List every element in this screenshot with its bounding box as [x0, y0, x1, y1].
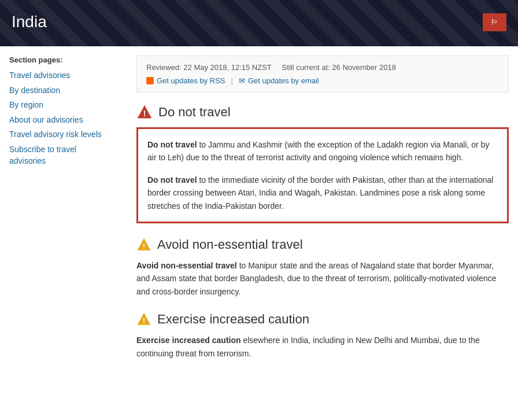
- sidebar: Section pages: Travel advisories By dest…: [9, 56, 125, 374]
- svg-text:!: !: [143, 316, 145, 325]
- email-link[interactable]: ✉ Get updates by email: [239, 76, 319, 85]
- email-icon: ✉: [239, 76, 245, 85]
- sidebar-item-by-region[interactable]: By region: [9, 100, 125, 111]
- caution-icon: !: [136, 312, 151, 327]
- header-action-button[interactable]: 🏳: [483, 13, 506, 31]
- sidebar-link-about-advisories[interactable]: About our advisories: [9, 115, 83, 124]
- svg-text:!: !: [143, 241, 145, 250]
- avoid-icon: !: [136, 237, 151, 252]
- sidebar-link-by-destination[interactable]: By destination: [9, 86, 60, 95]
- sidebar-item-travel-advisories[interactable]: Travel advisories: [9, 70, 125, 82]
- do-not-travel-para-2: Do not travel to the immediate vicinity …: [147, 174, 498, 212]
- svg-text:!: !: [143, 109, 146, 118]
- sidebar-item-risk-levels[interactable]: Travel advisory risk levels: [9, 129, 125, 141]
- review-box: Reviewed: 22 May 2018, 12:15 NZST Still …: [136, 56, 509, 93]
- caution-heading: ! Exercise increased caution: [136, 312, 509, 327]
- flag-icon: 🏳: [491, 18, 498, 27]
- do-not-travel-heading: ! Do not travel: [136, 104, 509, 120]
- header-banner: India 🏳: [0, 0, 518, 46]
- sidebar-item-about-advisories[interactable]: About our advisories: [9, 115, 125, 126]
- do-not-travel-section: ! Do not travel Do not travel to Jammu a…: [136, 104, 509, 223]
- sidebar-link-risk-levels[interactable]: Travel advisory risk levels: [9, 130, 102, 139]
- sidebar-title: Section pages:: [9, 56, 125, 64]
- sidebar-link-subscribe[interactable]: Subscribe to traveladvisories: [9, 145, 76, 165]
- rss-link[interactable]: Get updates by RSS: [146, 76, 225, 85]
- do-not-travel-icon: !: [136, 104, 153, 120]
- main-layout: Section pages: Travel advisories By dest…: [0, 46, 518, 383]
- caution-section: ! Exercise increased caution Exercise in…: [136, 312, 509, 360]
- current-label: Still current at: 26 November 2018: [282, 63, 396, 72]
- avoid-text: Avoid non-essential travel to Manipur st…: [136, 259, 509, 298]
- page-title: India: [12, 13, 47, 31]
- review-links: Get updates by RSS | ✉ Get updates by em…: [146, 76, 499, 85]
- sidebar-link-travel-advisories[interactable]: Travel advisories: [9, 71, 70, 80]
- sidebar-nav: Travel advisories By destination By regi…: [9, 70, 125, 167]
- divider: |: [231, 76, 233, 85]
- caution-text: Exercise increased caution elsewhere in …: [136, 334, 509, 360]
- rss-icon: [146, 77, 154, 84]
- content-area: Reviewed: 22 May 2018, 12:15 NZST Still …: [136, 56, 509, 374]
- avoid-heading: ! Avoid non-essential travel: [136, 237, 509, 252]
- do-not-travel-para-1: Do not travel to Jammu and Kashmir (with…: [147, 138, 498, 164]
- review-meta: Reviewed: 22 May 2018, 12:15 NZST Still …: [146, 63, 499, 72]
- sidebar-item-subscribe[interactable]: Subscribe to traveladvisories: [9, 144, 125, 167]
- sidebar-item-by-destination[interactable]: By destination: [9, 85, 125, 97]
- avoid-section: ! Avoid non-essential travel Avoid non-e…: [136, 237, 509, 298]
- sidebar-link-by-region[interactable]: By region: [9, 100, 43, 109]
- reviewed-label: Reviewed: 22 May 2018, 12:15 NZST: [146, 63, 272, 72]
- do-not-travel-box: Do not travel to Jammu and Kashmir (with…: [136, 127, 509, 223]
